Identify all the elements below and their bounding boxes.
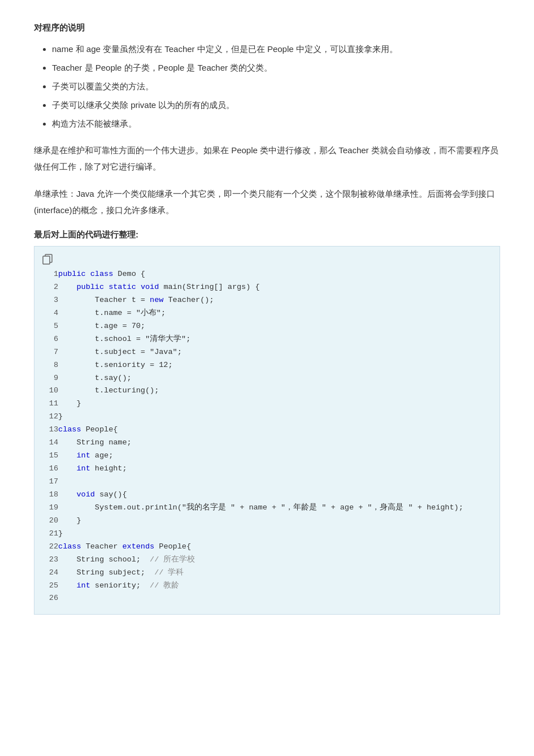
svg-rect-1 xyxy=(43,256,50,264)
table-row: 10 t.lecturing(); xyxy=(41,385,493,398)
table-row: 25 int seniority; // 教龄 xyxy=(41,580,493,593)
code-table: 1 public class Demo { 2 public static vo… xyxy=(41,268,493,605)
table-row: 4 t.name = "小布"; xyxy=(41,307,493,320)
table-row: 13 class People{ xyxy=(41,424,493,437)
table-row: 22 class Teacher extends People{ xyxy=(41,541,493,554)
code-block-wrapper: 1 public class Demo { 2 public static vo… xyxy=(34,246,500,615)
paragraph-2: 单继承性：Java 允许一个类仅能继承一个其它类，即一个类只能有一个父类，这个限… xyxy=(34,186,500,218)
table-row: 9 t.say(); xyxy=(41,372,493,385)
table-row: 16 int height; xyxy=(41,463,493,476)
table-row: 2 public static void main(String[] args)… xyxy=(41,281,493,294)
table-row: 20 } xyxy=(41,515,493,528)
table-row: 12 } xyxy=(41,411,493,424)
table-row: 15 int age; xyxy=(41,450,493,463)
table-row: 21 } xyxy=(41,528,493,541)
table-row: 23 String school; // 所在学校 xyxy=(41,554,493,567)
table-row: 26 xyxy=(41,592,493,605)
table-row: 1 public class Demo { xyxy=(41,268,493,281)
table-row: 11 } xyxy=(41,398,493,411)
bullet-list: name 和 age 变量虽然没有在 Teacher 中定义，但是已在 Peop… xyxy=(34,41,500,131)
table-row: 6 t.school = "清华大学"; xyxy=(41,333,493,346)
table-row: 5 t.age = 70; xyxy=(41,320,493,333)
table-row: 17 xyxy=(41,476,493,489)
code-section-title: 最后对上面的代码进行整理: xyxy=(34,230,500,240)
table-row: 14 String name; xyxy=(41,437,493,450)
list-item: 子类可以继承父类除 private 以为的所有的成员。 xyxy=(52,97,500,113)
list-item: 子类可以覆盖父类的方法。 xyxy=(52,79,500,94)
table-row: 18 void say(){ xyxy=(41,489,493,502)
table-row: 3 Teacher t = new Teacher(); xyxy=(41,294,493,307)
table-row: 19 System.out.println("我的名字是 " + name + … xyxy=(41,502,493,515)
list-item: name 和 age 变量虽然没有在 Teacher 中定义，但是已在 Peop… xyxy=(52,41,500,57)
table-row: 8 t.seniority = 12; xyxy=(41,359,493,372)
table-row: 7 t.subject = "Java"; xyxy=(41,346,493,359)
list-item: 构造方法不能被继承。 xyxy=(52,116,500,131)
copy-icon[interactable] xyxy=(41,252,54,265)
paragraph-1: 继承是在维护和可靠性方面的一个伟大进步。如果在 People 类中进行修改，那么… xyxy=(34,142,500,175)
page-container: 对程序的说明 name 和 age 变量虽然没有在 Teacher 中定义，但是… xyxy=(34,23,500,615)
section-title: 对程序的说明 xyxy=(34,23,500,33)
list-item: Teacher 是 People 的子类，People 是 Teacher 类的… xyxy=(52,60,500,75)
table-row: 24 String subject; // 学科 xyxy=(41,567,493,580)
